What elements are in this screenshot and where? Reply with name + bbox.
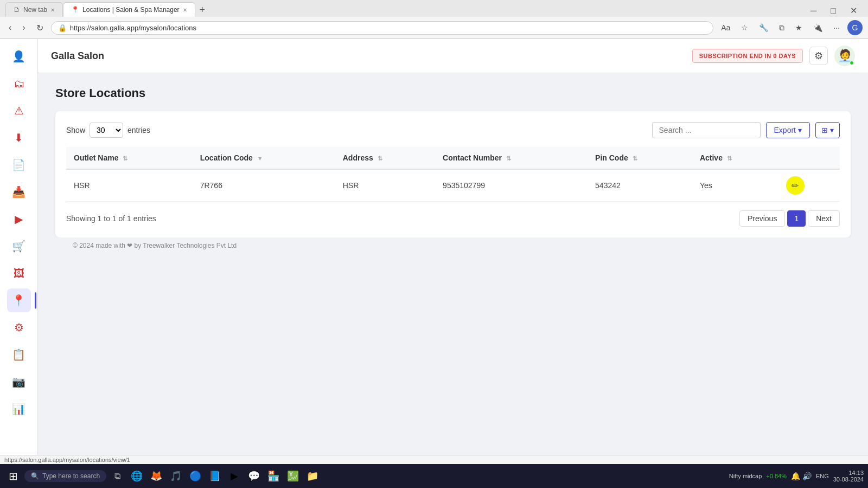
- page-1-button[interactable]: 1: [787, 210, 806, 227]
- collections-btn[interactable]: ★: [792, 21, 806, 34]
- cell-pin-code: 543242: [588, 169, 692, 202]
- camera-icon: 📷: [12, 375, 25, 388]
- col-address: Address ⇅: [335, 147, 435, 169]
- taskbar: ⊞ 🔍 Type here to search ⧉ 🌐 🦊 🎵 🔵 📘 ▶ 💬 …: [0, 464, 868, 488]
- favorite-btn[interactable]: ☆: [738, 21, 751, 34]
- col-outlet-name-label: Outlet Name: [74, 153, 118, 162]
- sidebar-item-user[interactable]: 👤: [7, 44, 31, 68]
- settings-icon: ⚙: [14, 321, 24, 334]
- sidebar-item-location[interactable]: 📍: [7, 288, 31, 312]
- window-controls: ─ □ ✕: [805, 4, 863, 17]
- taskbar-search-label: Type here to search: [42, 472, 100, 480]
- sidebar-item-report[interactable]: 📋: [7, 343, 31, 367]
- taskbar-clock: 14:13 30-08-2024: [833, 470, 864, 483]
- refresh-btn[interactable]: ↻: [33, 21, 47, 35]
- cell-active: Yes: [692, 169, 778, 202]
- col-active-label: Active: [700, 153, 723, 162]
- main-content: Galla Salon SUBSCRIPTION END IN 0 DAYS ⚙…: [38, 39, 868, 455]
- export-button[interactable]: Export ▾: [766, 122, 810, 138]
- sidebar-item-basket[interactable]: 🛒: [7, 234, 31, 258]
- edit-button[interactable]: ✏: [786, 176, 805, 195]
- youtube-icon[interactable]: ▶: [226, 467, 243, 485]
- app-container: 👤 🗂 ⚠ ⬇ 📄 📥 ▶ 🛒 🖼 📍 ⚙: [0, 39, 868, 455]
- previous-button[interactable]: Previous: [739, 210, 785, 227]
- avatar[interactable]: 🧑‍💼: [834, 46, 855, 66]
- addons-btn[interactable]: 🔌: [810, 21, 826, 34]
- report2-icon: 📊: [12, 402, 25, 415]
- facebook-icon[interactable]: 📘: [206, 467, 224, 485]
- browser-tab-newtab[interactable]: 🗋 New tab ✕: [5, 2, 63, 17]
- forward-btn[interactable]: ›: [19, 21, 28, 35]
- browser-tab-locations[interactable]: 📍 Locations | Salon & Spa Manager ✕: [63, 2, 195, 17]
- start-button[interactable]: ⊞: [4, 467, 22, 485]
- maximize-btn[interactable]: □: [825, 4, 841, 17]
- sidebar-item-report2[interactable]: 📊: [7, 397, 31, 421]
- sidebar-item-media[interactable]: ▶: [7, 207, 31, 231]
- url-bar[interactable]: 🔒 https://salon.galla.app/mysalon/locati…: [51, 21, 714, 35]
- task-view-btn[interactable]: ⧉: [108, 467, 126, 485]
- extensions-btn[interactable]: 🔧: [756, 21, 771, 34]
- header-right: SUBSCRIPTION END IN 0 DAYS ⚙ 🧑‍💼: [692, 46, 855, 66]
- minimize-btn[interactable]: ─: [805, 4, 822, 17]
- basket-icon: 🛒: [12, 240, 25, 253]
- finance-icon[interactable]: 💹: [284, 467, 302, 485]
- profile-btn[interactable]: G: [847, 20, 863, 35]
- taskbar-search-bar[interactable]: 🔍 Type here to search: [24, 470, 106, 482]
- file-icon: 📄: [12, 158, 25, 171]
- sort-icon: ▼: [257, 155, 263, 162]
- search-input[interactable]: [652, 122, 761, 138]
- cell-outlet-name: HSR: [66, 169, 193, 202]
- table-actions: Export ▾ ⊞ ▾: [652, 122, 840, 138]
- download-icon: ⬇: [14, 131, 23, 144]
- image-icon: 🖼: [14, 267, 24, 280]
- grid-chevron-icon: ▾: [830, 126, 834, 134]
- reader-view-btn[interactable]: Aa: [718, 21, 733, 34]
- folder-icon: 🗂: [14, 78, 24, 90]
- split-btn[interactable]: ⧉: [776, 21, 788, 35]
- entries-label: entries: [127, 126, 150, 134]
- clock-date: 30-08-2024: [833, 476, 864, 483]
- chrome-icon[interactable]: 🔵: [187, 467, 204, 485]
- winamp-icon[interactable]: 🎵: [167, 467, 184, 485]
- cell-contact-number: 9535102799: [435, 169, 588, 202]
- sidebar-item-folder[interactable]: 🗂: [7, 72, 31, 95]
- table-body: HSR 7R766 HSR 9535102799 543242 Yes ✏: [66, 169, 840, 202]
- user-icon: 👤: [12, 50, 25, 63]
- sidebar-item-alert[interactable]: ⚠: [7, 99, 31, 123]
- pagination-bar: Showing 1 to 1 of 1 entries Previous 1 N…: [66, 210, 840, 227]
- settings-button[interactable]: ⚙: [809, 47, 828, 65]
- grid-view-button[interactable]: ⊞ ▾: [815, 122, 840, 138]
- stock-change: +0.84%: [766, 473, 787, 479]
- sidebar-item-settings[interactable]: ⚙: [7, 316, 31, 339]
- footer-text: © 2024 made with ❤ by Treewalker Technol…: [73, 242, 237, 249]
- tab-close-btn[interactable]: ✕: [183, 7, 187, 13]
- report-icon: 📋: [12, 348, 25, 361]
- sidebar-item-file[interactable]: 📄: [7, 153, 31, 177]
- sidebar-item-download2[interactable]: 📥: [7, 180, 31, 204]
- tab-favicon: 🗋: [14, 6, 20, 14]
- sidebar-item-camera[interactable]: 📷: [7, 370, 31, 394]
- gear-icon: ⚙: [814, 50, 823, 62]
- new-tab-btn[interactable]: +: [195, 3, 210, 17]
- table-card: Show 10 25 30 50 100 entries E: [55, 111, 851, 237]
- back-btn[interactable]: ‹: [5, 21, 15, 35]
- browser-tabs: 🗋 New tab ✕ 📍 Locations | Salon & Spa Ma…: [0, 0, 868, 17]
- close-btn[interactable]: ✕: [845, 4, 863, 17]
- entries-select[interactable]: 10 25 30 50 100: [90, 123, 123, 138]
- clock-time: 14:13: [833, 470, 864, 476]
- media-icon: ▶: [15, 213, 23, 226]
- store-icon[interactable]: 🏪: [265, 467, 282, 485]
- explorer-icon[interactable]: 📁: [304, 467, 321, 485]
- col-contact-number: Contact Number ⇅: [435, 147, 588, 169]
- sidebar-item-download[interactable]: ⬇: [7, 126, 31, 150]
- more-btn[interactable]: ···: [830, 21, 843, 34]
- tab-favicon: 📍: [71, 6, 79, 14]
- tab-close-btn[interactable]: ✕: [50, 7, 55, 13]
- skype-icon[interactable]: 💬: [245, 467, 263, 485]
- next-button[interactable]: Next: [808, 210, 840, 227]
- edge-icon[interactable]: 🌐: [128, 467, 145, 485]
- cell-actions: ✏: [778, 169, 840, 202]
- sidebar-item-image[interactable]: 🖼: [7, 261, 31, 285]
- cell-location-code: 7R766: [193, 169, 335, 202]
- firefox-icon[interactable]: 🦊: [148, 467, 165, 485]
